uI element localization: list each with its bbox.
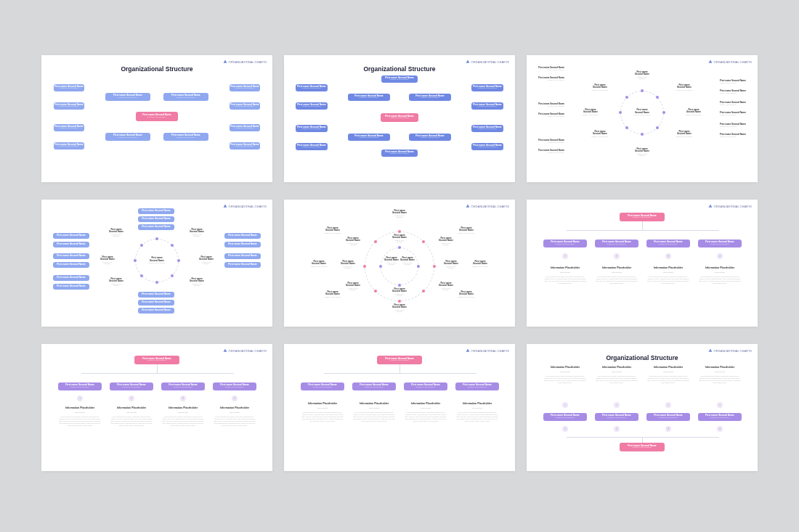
triangle-icon xyxy=(708,60,713,64)
text-column: Information Placeholdertype your textLor… xyxy=(352,402,396,422)
number-badge: 3 xyxy=(665,426,671,432)
node: First name Second Nameposition in the co… xyxy=(646,413,690,421)
text-column: Information Placeholdertype your textLor… xyxy=(455,402,499,422)
node: First nameSecond Nameposition in the com… xyxy=(392,304,407,312)
node: First name Second Nameposition in the co… xyxy=(296,125,328,132)
tag-text: ORGANIZATIONAL CHARTS xyxy=(471,60,509,64)
node: First nameSecond Nameposition in the com… xyxy=(346,237,360,245)
slide-6: ORGANIZATIONAL CHARTS First name Second … xyxy=(527,200,758,327)
tag-text: ORGANIZATIONAL CHARTS xyxy=(229,60,267,64)
node: First name Second Nameposition in the co… xyxy=(381,150,418,157)
node-root: First name Second Nameposition in the co… xyxy=(620,213,665,221)
node: First name Second Nameposition in the co… xyxy=(54,142,84,150)
brand-tag: ORGANIZATIONAL CHARTS xyxy=(466,204,509,208)
text-column: Information Placeholdertype your textLor… xyxy=(595,366,638,384)
text-column: Information Placeholdertype your textLor… xyxy=(161,406,205,427)
slide-4: ORGANIZATIONAL CHARTS First nameSecond N… xyxy=(41,200,272,327)
text-column: Information Placeholdertype your textLor… xyxy=(595,266,638,285)
node: First name Second Name xyxy=(53,284,89,290)
number-badge: 1 xyxy=(562,253,568,259)
node: First nameSecond Nameposition in the com… xyxy=(635,71,649,79)
slide-title: Organizational Structure xyxy=(527,354,758,361)
node: First name Second Nameposition in the co… xyxy=(54,124,84,131)
dot-icon xyxy=(140,274,143,277)
node: First name Second Nameposition in the co… xyxy=(296,84,328,91)
node: First nameSecond Nameposition in the com… xyxy=(675,84,694,91)
node: First nameSecond Nameposition in the com… xyxy=(439,282,453,290)
node-root: First name Second Nameposition in the co… xyxy=(620,443,665,451)
node: First nameSecond Nameposition in the com… xyxy=(310,261,328,267)
arrow-up-icon: ↑ xyxy=(614,402,620,408)
node: First nameSecond Nameposition in the com… xyxy=(591,84,609,91)
node: First nameSecond Nameposition in the com… xyxy=(100,256,115,264)
node: First name Second Nameposition in the co… xyxy=(296,143,328,150)
node: First name Second Nameposition in the co… xyxy=(538,103,564,107)
node: First name Second Nameposition in the co… xyxy=(543,240,587,247)
connector xyxy=(567,437,719,438)
node: First name Second Name xyxy=(138,216,174,222)
node: First nameSecond Nameposition in the com… xyxy=(189,229,205,237)
dot-icon xyxy=(363,265,366,268)
dot-icon xyxy=(171,244,174,247)
ring-inner xyxy=(381,247,418,285)
dot-icon xyxy=(422,240,425,243)
number-badge: 3 xyxy=(180,396,186,401)
brand-tag: ORGANIZATIONAL CHARTS xyxy=(223,60,267,64)
text-column: Information Placeholdertype your textLor… xyxy=(58,406,102,427)
triangle-icon xyxy=(708,348,713,353)
node: First name Second Name xyxy=(138,224,174,230)
number-badge: 3 xyxy=(665,253,671,259)
node: First nameSecond Nameposition in the com… xyxy=(591,131,609,137)
slide-7: ORGANIZATIONAL CHARTS First name Second … xyxy=(41,344,272,471)
slide-8: ORGANIZATIONAL CHARTS First name Second … xyxy=(284,344,515,471)
node: First nameSecond Nameposition in the com… xyxy=(108,229,124,237)
node: First name Second Name xyxy=(53,262,89,268)
arrow-up-icon: ↑ xyxy=(562,402,568,408)
node: First name Second Nameposition in the co… xyxy=(230,84,260,91)
node: First name Second Nameposition in the co… xyxy=(698,413,742,421)
node: First name Second Name xyxy=(224,233,261,239)
slide-9: ORGANIZATIONAL CHARTS Organizational Str… xyxy=(527,344,758,471)
node: First name Second Name xyxy=(53,275,89,281)
node: First nameSecond Nameposition in the com… xyxy=(635,148,649,156)
node: First name Second Nameposition in the co… xyxy=(595,240,638,247)
node: First name Second Nameposition in the co… xyxy=(538,67,564,71)
dot-icon xyxy=(398,284,401,287)
number-badge: 2 xyxy=(129,396,134,401)
node: First name Second Nameposition in the co… xyxy=(230,102,260,110)
node: First name Second Nameposition in the co… xyxy=(348,94,390,101)
text-column: Information Placeholdertype your textLor… xyxy=(110,406,153,427)
node: First name Second Nameposition in the co… xyxy=(538,150,564,154)
node: First nameSecond Nameposition in the com… xyxy=(471,261,489,267)
node: First nameSecond Nameposition in the com… xyxy=(684,109,703,115)
node: First nameSecond Nameposition in the com… xyxy=(341,261,355,269)
node: First nameSecond Nameposition in the com… xyxy=(324,291,341,298)
node: First name Second Name xyxy=(138,300,174,306)
text-column: Information Placeholdertype your textLor… xyxy=(213,406,256,427)
node: First name Second Nameposition in the co… xyxy=(54,102,84,110)
brand-tag: ORGANIZATIONAL CHARTS xyxy=(466,60,509,64)
node: First name Second Nameposition in the co… xyxy=(163,133,208,141)
dot-icon xyxy=(155,237,158,240)
text-column: Information Placeholdertype your textLor… xyxy=(543,366,587,384)
text-column: Information Placeholdertype your textLor… xyxy=(646,266,690,285)
slide-5: ORGANIZATIONAL CHARTS First nameSecond N… xyxy=(284,200,515,327)
node: First nameSecond Nameposition in the com… xyxy=(392,210,407,218)
dot-icon xyxy=(398,300,401,303)
connector xyxy=(157,364,158,373)
node: First name Second Nameposition in the co… xyxy=(105,133,150,141)
node: First nameSecond Nameposition in the com… xyxy=(458,291,475,298)
node: First nameSecond Nameposition in the com… xyxy=(439,237,453,245)
tag-text: ORGANIZATIONAL CHARTS xyxy=(229,205,267,208)
slide-1: ORGANIZATIONAL CHARTS Organizational Str… xyxy=(41,55,272,182)
triangle-icon xyxy=(223,60,227,64)
node: First name Second Nameposition in the co… xyxy=(105,93,150,101)
number-badge: 4 xyxy=(717,253,723,259)
node: First name Second Name xyxy=(138,208,174,214)
dot-icon xyxy=(625,126,628,129)
node-root: First name Second Nameposition in the co… xyxy=(134,356,179,364)
triangle-icon xyxy=(466,204,470,208)
dot-icon xyxy=(417,265,420,268)
node: First name Second Nameposition in the co… xyxy=(381,75,418,83)
node: First name Second Name xyxy=(224,262,261,268)
